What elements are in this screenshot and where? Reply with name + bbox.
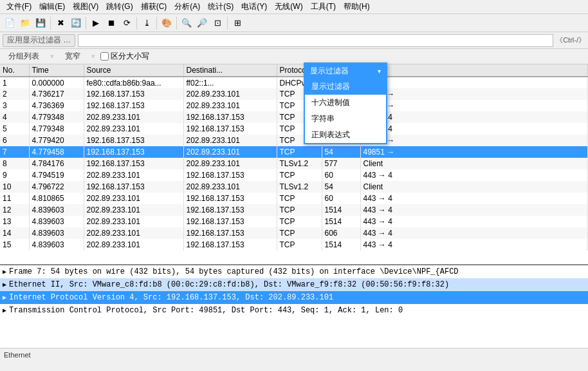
table-row[interactable]: 6 4.779420 192.168.137.153 202.89.233.10… <box>0 135 588 146</box>
table-row[interactable]: 10 4.796722 192.168.137.153 202.89.233.1… <box>0 181 588 193</box>
statusbar: Ethernet <box>0 348 588 361</box>
col-no: No. <box>0 64 29 77</box>
menu-wireless[interactable]: 无线(W) <box>271 0 306 14</box>
pt-case-checkbox[interactable] <box>100 52 109 61</box>
cell-time: 4.839603 <box>29 204 84 216</box>
close-btn[interactable]: ✖ <box>53 16 68 30</box>
table-row[interactable]: 15 4.839603 202.89.233.101 192.168.137.1… <box>0 239 588 251</box>
dropdown-title: 显示过滤器 <box>310 66 349 77</box>
cell-time: 4.784176 <box>29 158 84 169</box>
pane-btn[interactable]: ⊞ <box>230 16 244 30</box>
dropdown-item-hex[interactable]: 十六进制值 <box>305 95 386 111</box>
table-row[interactable]: 5 4.779348 202.89.233.101 192.168.137.15… <box>0 123 588 135</box>
cell-dst: 192.168.137.153 <box>183 169 277 181</box>
bottom-row-tcp[interactable]: ▶ Transmission Control Protocol, Src Por… <box>0 304 588 317</box>
pt-width[interactable]: 宽窄 <box>59 49 86 64</box>
bottom-row-ip[interactable]: ▶ Internet Protocol Version 4, Src: 192.… <box>0 291 588 304</box>
cell-time: 4.779348 <box>29 123 84 135</box>
status-ethernet: Ethernet <box>4 351 31 359</box>
zoom-in-btn[interactable]: 🔍 <box>179 16 194 30</box>
cell-dst: 192.168.137.153 <box>183 227 277 239</box>
save-btn[interactable]: 💾 <box>33 16 48 30</box>
bottom-row-ethernet[interactable]: ▶ Ethernet II, Src: VMware_c8:fd:b8 (00:… <box>0 278 588 291</box>
bottom-panel: ▶ Frame 7: 54 bytes on wire (432 bits), … <box>0 264 588 348</box>
zoom-reset-btn[interactable]: ⊡ <box>210 16 225 30</box>
menu-goto[interactable]: 跳转(G) <box>102 0 136 14</box>
cell-src: 192.168.137.153 <box>84 100 183 111</box>
dropdown-item-display-filter[interactable]: 显示过滤器 <box>305 79 386 95</box>
colorize-btn[interactable]: 🎨 <box>160 16 174 30</box>
cell-info: Client <box>360 181 588 193</box>
pt-case-text: 区分大小写 <box>111 51 149 62</box>
zoom-out-btn[interactable]: 🔎 <box>195 16 209 30</box>
table-row[interactable]: 4 4.779348 202.89.233.101 192.168.137.15… <box>0 111 588 123</box>
cell-time: 4.796722 <box>29 181 84 193</box>
cell-proto: TCP <box>277 204 322 216</box>
menu-view[interactable]: 视图(V) <box>69 0 102 14</box>
menu-help[interactable]: 帮助(H) <box>340 0 374 14</box>
restart-btn[interactable]: ⟳ <box>120 16 134 30</box>
col-dest: Destinati... <box>183 64 277 77</box>
menu-analyze[interactable]: 分析(A) <box>170 0 204 14</box>
cell-len: 1514 <box>322 239 360 251</box>
start-btn[interactable]: ▶ <box>89 16 103 30</box>
cell-src: 202.89.233.101 <box>84 123 183 135</box>
cell-time: 4.839603 <box>29 227 84 239</box>
table-row[interactable]: 11 4.810865 202.89.233.101 192.168.137.1… <box>0 193 588 204</box>
col-source: Source <box>84 64 183 77</box>
table-row[interactable]: 1 0.000000 fe80::cdfa:b86b:9aa... ff02::… <box>0 77 588 88</box>
open-btn[interactable]: 📁 <box>18 16 32 30</box>
pt-packet-list[interactable]: 分组列表 <box>3 49 45 64</box>
menu-file[interactable]: 文件(F) <box>3 0 35 14</box>
bottom-row-frame[interactable]: ▶ Frame 7: 54 bytes on wire (432 bits), … <box>0 265 588 278</box>
table-row[interactable]: 7 4.779458 192.168.137.153 202.89.233.10… <box>0 146 588 158</box>
menu-phone[interactable]: 电话(Y) <box>237 0 271 14</box>
cell-time: 4.810865 <box>29 193 84 204</box>
stop-btn[interactable]: ⏹ <box>104 16 118 30</box>
cell-proto: TLSv1.2 <box>277 158 322 169</box>
dropdown-item-regex[interactable]: 正则表达式 <box>305 127 386 143</box>
cell-src: 192.168.137.153 <box>84 146 183 158</box>
sep3 <box>136 17 137 30</box>
cell-info: 443 → 4 <box>360 111 588 123</box>
packet-table-wrap[interactable]: No. Time Source Destinati... Protocol Le… <box>0 64 588 264</box>
table-row[interactable]: 3 4.736369 192.168.137.153 202.89.233.10… <box>0 100 588 111</box>
table-row[interactable]: 9 4.794519 202.89.233.101 192.168.137.15… <box>0 169 588 181</box>
reload-btn[interactable]: 🔄 <box>69 16 83 30</box>
cell-dst: 192.168.137.153 <box>183 123 277 135</box>
filter-dropdown[interactable]: 显示过滤器 ▾ 显示过滤器 十六进制值 字符串 正则表达式 <box>304 62 387 144</box>
filter-input[interactable] <box>78 34 553 47</box>
menu-capture[interactable]: 捕获(C) <box>137 0 171 14</box>
cell-src: 202.89.233.101 <box>84 169 183 181</box>
cell-src: 192.168.137.153 <box>84 181 183 193</box>
cell-time: 4.779348 <box>29 111 84 123</box>
cell-no: 10 <box>0 181 29 193</box>
table-row[interactable]: 2 4.736217 192.168.137.153 202.89.233.10… <box>0 88 588 100</box>
packet-toolbar: 分组列表 ▾ 宽窄 ▾ 区分大小写 <box>0 49 588 64</box>
menu-tools[interactable]: 工具(T) <box>307 0 340 14</box>
cell-no: 11 <box>0 193 29 204</box>
cell-len: 54 <box>322 146 360 158</box>
menu-stats[interactable]: 统计(S) <box>204 0 237 14</box>
cell-time: 4.779458 <box>29 146 84 158</box>
scroll-end-btn[interactable]: ⤓ <box>140 16 154 30</box>
col-info: Info <box>360 64 588 77</box>
cell-no: 12 <box>0 204 29 216</box>
dropdown-item-string[interactable]: 字符串 <box>305 111 386 127</box>
bottom-row-ip-text: Internet Protocol Version 4, Src: 192.16… <box>9 293 333 302</box>
pt-case-label: 区分大小写 <box>100 51 149 62</box>
table-row[interactable]: 12 4.839603 202.89.233.101 192.168.137.1… <box>0 204 588 216</box>
cell-src: 202.89.233.101 <box>84 239 183 251</box>
table-row[interactable]: 8 4.784176 192.168.137.153 202.89.233.10… <box>0 158 588 169</box>
cell-proto: TCP <box>277 227 322 239</box>
table-row[interactable]: 13 4.839603 202.89.233.101 192.168.137.1… <box>0 216 588 227</box>
filter-shortcut: 《Ctrl-/》 <box>556 35 585 45</box>
new-btn[interactable]: 📄 <box>3 16 17 30</box>
cell-dst: 202.89.233.101 <box>183 88 277 100</box>
filter-label: 应用显示过滤器 … <box>3 34 75 47</box>
sep5 <box>176 17 177 30</box>
sep4 <box>156 17 157 30</box>
menu-edit[interactable]: 编辑(E) <box>35 0 69 14</box>
table-row[interactable]: 14 4.839603 202.89.233.101 192.168.137.1… <box>0 227 588 239</box>
cell-time: 4.794519 <box>29 169 84 181</box>
